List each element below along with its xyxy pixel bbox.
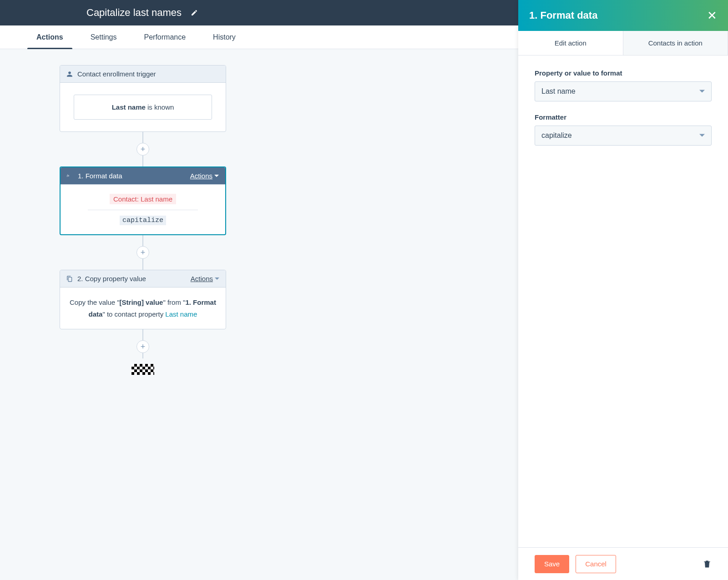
property-token: Contact: Last name (110, 194, 176, 204)
caret-down-icon (699, 133, 705, 138)
contact-icon (66, 71, 73, 77)
step1-title: 1. Format data (78, 172, 122, 180)
add-step-button[interactable]: + (136, 340, 149, 353)
property-select[interactable]: Last name (535, 81, 712, 101)
save-button[interactable]: Save (535, 555, 569, 573)
trigger-condition: Last name is known (74, 95, 212, 120)
side-panel: 1. Format data ✕ Edit action Contacts in… (518, 0, 728, 580)
pencil-icon[interactable] (191, 9, 198, 16)
field-property-label: Property or value to format (535, 69, 712, 77)
tab-history[interactable]: History (199, 25, 249, 49)
format-data-card[interactable]: fx 1. Format data Actions Contact: Last … (60, 166, 226, 235)
function-icon: fx (67, 173, 73, 179)
trash-icon[interactable] (703, 560, 712, 569)
add-step-button[interactable]: + (136, 143, 149, 156)
workflow-canvas: Contact enrollment trigger Last name is … (0, 49, 518, 580)
formatter-chip: capitalize (120, 216, 166, 225)
caret-down-icon (215, 277, 219, 281)
tab-settings[interactable]: Settings (77, 25, 131, 49)
tab-performance[interactable]: Performance (130, 25, 199, 49)
workflow-title: Capitalize last names (86, 7, 182, 19)
trigger-card[interactable]: Contact enrollment trigger Last name is … (60, 65, 226, 132)
panel-tabs: Edit action Contacts in action (518, 31, 728, 55)
caret-down-icon (214, 174, 219, 178)
finish-flag-icon (131, 364, 154, 375)
cancel-button[interactable]: Cancel (576, 555, 616, 573)
step2-title: 2. Copy property value (77, 275, 146, 282)
step2-description: Copy the value "[String] value" from "1.… (60, 287, 226, 329)
panel-footer: Save Cancel (518, 547, 728, 580)
copy-property-card[interactable]: 2. Copy property value Actions Copy the … (60, 270, 226, 329)
field-formatter-label: Formatter (535, 113, 712, 121)
copy-icon (66, 276, 73, 282)
tab-actions[interactable]: Actions (23, 25, 77, 49)
panel-header: 1. Format data ✕ (518, 0, 728, 31)
svg-text:fx: fx (67, 174, 70, 177)
trigger-title: Contact enrollment trigger (77, 70, 156, 78)
close-icon[interactable]: ✕ (707, 9, 717, 23)
caret-down-icon (699, 89, 705, 94)
step2-actions-menu[interactable]: Actions (191, 275, 219, 282)
panel-tab-contacts[interactable]: Contacts in action (623, 31, 728, 55)
add-step-button[interactable]: + (136, 246, 149, 259)
formatter-select[interactable]: capitalize (535, 126, 712, 146)
step1-actions-menu[interactable]: Actions (190, 172, 219, 180)
panel-title: 1. Format data (529, 10, 707, 21)
panel-tab-edit[interactable]: Edit action (518, 31, 623, 55)
